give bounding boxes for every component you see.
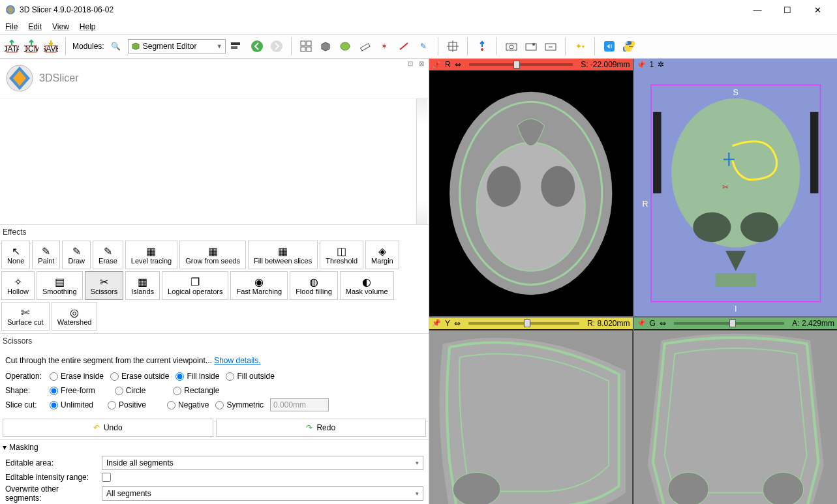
menu-file[interactable]: File — [5, 22, 18, 31]
slice-mm-input[interactable] — [270, 398, 329, 411]
view-grid: 📌 R ⇔ S: -22.009mm � — [429, 59, 837, 504]
overwrite-select[interactable]: All segments▾ — [102, 486, 423, 501]
shape-rectangle[interactable]: Rectangle — [173, 386, 219, 395]
show-details-link[interactable]: Show details. — [214, 356, 260, 365]
module-search-icon[interactable]: 🔍 — [108, 38, 124, 54]
svg-text:SAVE: SAVE — [44, 44, 58, 53]
effect-paint[interactable]: ✎Paint — [32, 241, 60, 269]
effect-none[interactable]: ↖None — [1, 241, 30, 269]
module-forward-button[interactable] — [269, 38, 284, 54]
scene-view-icon[interactable] — [523, 38, 539, 54]
shape-freeform[interactable]: Free-form — [50, 386, 95, 395]
layout-button[interactable] — [298, 38, 314, 54]
undo-button[interactable]: ↶Undo — [3, 419, 213, 437]
sagittal-slider[interactable] — [468, 322, 579, 325]
editable-area-select[interactable]: Inside all segments▾ — [102, 456, 423, 470]
load-data-button[interactable]: DATA — [4, 38, 20, 54]
coronal-view[interactable]: 📌 G ⇔ A: 2.429mm — [634, 318, 838, 504]
slice-symmetric[interactable]: Symmetric — [215, 400, 264, 409]
slice-unlimited[interactable]: Unlimited — [50, 400, 93, 409]
module-selector[interactable]: Segment Editor ▼ — [128, 39, 226, 53]
effect-threshold[interactable]: ◫Threshold — [320, 241, 363, 269]
menu-edit[interactable]: Edit — [28, 22, 42, 31]
svg-rect-13 — [301, 47, 305, 52]
volume-render-icon[interactable] — [318, 38, 333, 54]
effect-fill-between-slices[interactable]: ▦Fill between slices — [248, 241, 318, 269]
markups-line-icon[interactable] — [396, 38, 412, 54]
effect-margin[interactable]: ◈Margin — [365, 241, 399, 269]
maximize-button[interactable]: ☐ — [778, 5, 797, 15]
load-dicom-button[interactable]: DCM — [23, 38, 39, 54]
op-erase-outside[interactable]: Erase outside — [110, 372, 169, 381]
effect-smoothing[interactable]: ▤Smoothing — [37, 271, 83, 300]
effect-erase[interactable]: ✎Erase — [93, 241, 123, 269]
redo-button[interactable]: ↷Redo — [216, 419, 427, 437]
shape-circle[interactable]: Circle — [115, 386, 146, 395]
axial-slider[interactable] — [469, 63, 573, 66]
pin-icon[interactable]: 📌 — [432, 61, 441, 69]
op-fill-outside[interactable]: Fill outside — [226, 372, 274, 381]
effect-level-tracing[interactable]: ▦Level tracing — [125, 241, 177, 269]
3d-view[interactable]: 📌 1 ✲ S I R — [634, 59, 838, 316]
effect-logical-operators[interactable]: ❐Logical operators — [162, 271, 228, 300]
effect-mask-volume[interactable]: ◐Mask volume — [340, 271, 394, 300]
op-fill-inside[interactable]: Fill inside — [175, 372, 219, 381]
save-button[interactable]: SAVE — [43, 38, 59, 54]
model-icon[interactable] — [337, 38, 353, 54]
crosshair-button[interactable] — [445, 38, 461, 54]
svg-point-15 — [341, 42, 350, 50]
pin-icon[interactable]: 📌 — [637, 61, 646, 69]
sagittal-view[interactable]: 📌 Y ⇔ R: 8.020mm — [429, 318, 633, 504]
view-settings-icon[interactable]: ✲ — [658, 60, 664, 69]
mask-volume-icon: ◐ — [362, 276, 371, 288]
intensity-checkbox[interactable] — [102, 473, 111, 482]
slice-negative[interactable]: Negative — [167, 400, 209, 409]
capture-icon[interactable] — [543, 38, 558, 54]
fast-marching-icon: ◉ — [254, 276, 264, 288]
close-button[interactable]: ✕ — [808, 5, 827, 15]
ruler-icon[interactable] — [357, 38, 373, 54]
effect-grow-from-seeds[interactable]: ▦Grow from seeds — [179, 241, 246, 269]
hollow-icon: ✧ — [14, 276, 22, 288]
scissors-title: Scissors — [0, 333, 429, 348]
svg-rect-8 — [231, 46, 237, 49]
slicer-logo-icon — [5, 64, 34, 93]
scissors-desc: Cut through the entire segment from the … — [5, 352, 423, 369]
coronal-slider[interactable] — [674, 322, 784, 325]
op-erase-inside[interactable]: Erase inside — [50, 372, 104, 381]
menu-view[interactable]: View — [52, 22, 69, 31]
markups-fiducial-icon[interactable]: ✶ — [376, 38, 392, 54]
minimize-button[interactable]: — — [748, 5, 767, 15]
pin-icon[interactable]: 📌 — [432, 319, 441, 327]
effect-hollow[interactable]: ✧Hollow — [1, 271, 35, 300]
pin-icon[interactable]: 📌 — [637, 319, 646, 327]
effect-islands[interactable]: ▦Islands — [125, 271, 160, 300]
axial-view[interactable]: 📌 R ⇔ S: -22.009mm — [429, 59, 633, 316]
menu-help[interactable]: Help — [80, 22, 96, 31]
masking-header[interactable]: ▾ Masking — [0, 439, 429, 454]
effect-draw[interactable]: ✎Draw — [62, 241, 91, 269]
crosshair-mode-icon[interactable]: ✦ ▾ — [572, 38, 588, 54]
screenshot-icon[interactable] — [504, 38, 519, 54]
paint-tool-icon[interactable]: ✎ — [416, 38, 431, 54]
module-back-button[interactable] — [249, 38, 265, 54]
extensions-icon[interactable] — [601, 38, 617, 54]
grow-from-seeds-icon: ▦ — [208, 245, 218, 257]
slice-positive[interactable]: Positive — [108, 400, 146, 409]
slice-intersections-icon[interactable] — [474, 38, 490, 54]
erase-icon: ✎ — [104, 245, 112, 257]
effect-flood-filling[interactable]: ◍Flood filling — [290, 271, 338, 300]
expand-icon[interactable]: ⇔ — [660, 319, 666, 328]
slice-label: Slice cut: — [5, 400, 43, 409]
svg-point-10 — [271, 40, 282, 52]
effect-watershed[interactable]: ◎Watershed — [52, 302, 98, 331]
effect-scissors[interactable]: ✂Scissors — [85, 271, 124, 300]
expand-icon[interactable]: ⇔ — [454, 319, 461, 328]
svg-point-45 — [671, 98, 800, 247]
effect-fast-marching[interactable]: ◉Fast Marching — [230, 271, 288, 300]
effect-surface-cut[interactable]: ✄Surface cut — [1, 302, 50, 331]
module-history-button[interactable] — [230, 38, 245, 54]
threshold-icon: ◫ — [337, 245, 346, 257]
python-icon[interactable] — [621, 38, 637, 54]
expand-icon[interactable]: ⇔ — [455, 60, 461, 69]
